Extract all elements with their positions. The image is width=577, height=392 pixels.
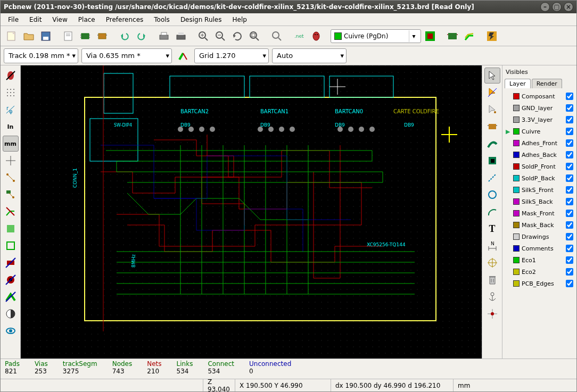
highlight-net-icon[interactable] [484, 85, 500, 101]
layer-row-soldp_front[interactable]: ▶SoldP_Front [505, 161, 574, 172]
layer-color-swatch[interactable] [513, 163, 520, 170]
undo-icon[interactable] [117, 28, 133, 44]
layer-pair-icon[interactable] [422, 28, 438, 44]
layer-selector[interactable]: Cuivre (PgDn) ▾ [331, 29, 421, 43]
show-zones-outline-icon[interactable] [3, 238, 19, 254]
layer-row-drawings[interactable]: ▶Drawings [505, 231, 574, 243]
print-icon[interactable] [156, 28, 172, 44]
menu-preferences[interactable]: Preferences [102, 15, 148, 24]
layer-color-swatch[interactable] [513, 105, 520, 111]
layer-color-swatch[interactable] [513, 187, 520, 193]
layer-color-swatch[interactable] [513, 210, 520, 216]
layer-row-comments[interactable]: ▶Comments [505, 243, 574, 254]
cursor-icon[interactable] [484, 68, 500, 84]
grid-icon[interactable] [3, 85, 19, 101]
layer-visible-checkbox[interactable] [566, 174, 573, 182]
menu-place[interactable]: Place [74, 15, 100, 24]
layer-visible-checkbox[interactable] [566, 198, 573, 205]
layer-row-gnd_layer[interactable]: ▶GND_layer [505, 102, 574, 114]
minimize-button[interactable]: – [540, 2, 550, 12]
page-settings-icon[interactable] [60, 28, 76, 44]
layer-visible-checkbox[interactable] [566, 163, 573, 170]
layer-row-composant[interactable]: ▶Composant [505, 90, 574, 102]
maximize-button[interactable]: ▢ [552, 2, 562, 12]
layer-color-swatch[interactable] [513, 233, 520, 240]
open-icon[interactable] [21, 28, 37, 44]
module-ratsnest-icon[interactable] [3, 187, 19, 203]
layer-visible-checkbox[interactable] [566, 128, 573, 135]
tab-layer[interactable]: Layer [505, 79, 531, 88]
auto-track-width-icon[interactable] [175, 48, 191, 64]
show-zones-icon[interactable] [3, 221, 19, 237]
layer-visible-checkbox[interactable] [566, 186, 573, 194]
add-arc-icon[interactable] [484, 204, 500, 220]
layer-visible-checkbox[interactable] [566, 280, 573, 287]
grid-selector[interactable]: Grid 1.270 ▾ [194, 48, 269, 63]
add-line-icon[interactable] [484, 170, 500, 186]
add-zone-icon[interactable] [484, 153, 500, 169]
find-icon[interactable] [269, 28, 285, 44]
layer-color-swatch[interactable] [513, 140, 520, 146]
layer-row-eco1[interactable]: ▶Eco1 [505, 254, 574, 266]
menu-design-rules[interactable]: Design Rules [176, 15, 226, 24]
module-viewer-icon[interactable] [94, 28, 110, 44]
track-width-selector[interactable]: Track 0.198 mm * ▾ [4, 48, 78, 63]
menu-edit[interactable]: Edit [25, 15, 46, 24]
layer-row-silks_front[interactable]: ▶SilkS_Front [505, 184, 574, 196]
ratsnest-icon[interactable] [3, 170, 19, 186]
layer-color-swatch[interactable] [513, 116, 520, 123]
layer-row-adhes_front[interactable]: ▶Adhes_Front [505, 137, 574, 149]
add-target-icon[interactable] [484, 255, 500, 271]
polar-coord-icon[interactable]: rφ [3, 102, 19, 118]
add-text-icon[interactable]: T [484, 221, 500, 237]
cursor-shape-icon[interactable] [3, 153, 19, 169]
layer-visible-checkbox[interactable] [566, 221, 573, 229]
layer-row-silks_back[interactable]: ▶SilkS_Back [505, 196, 574, 207]
layer-row-cuivre[interactable]: ▶Cuivre [505, 126, 574, 137]
menu-file[interactable]: File [4, 15, 23, 24]
layer-color-swatch[interactable] [513, 128, 520, 135]
menu-help[interactable]: Help [228, 15, 251, 24]
via-size-selector[interactable]: Via 0.635 mm * ▾ [81, 48, 172, 63]
netlist-icon[interactable]: .net [291, 28, 307, 44]
layer-color-swatch[interactable] [513, 198, 520, 205]
layer-visible-checkbox[interactable] [566, 268, 573, 276]
layer-row-soldp_back[interactable]: ▶SoldP_Back [505, 172, 574, 184]
redo-icon[interactable] [134, 28, 150, 44]
via-fill-icon[interactable] [3, 272, 19, 288]
close-button[interactable]: × [564, 2, 573, 12]
layer-color-swatch[interactable] [513, 175, 520, 181]
layer-visible-checkbox[interactable] [566, 233, 573, 240]
layer-row-eco2[interactable]: ▶Eco2 [505, 266, 574, 278]
layer-row-3.3v_layer[interactable]: ▶3.3V_layer [505, 114, 574, 126]
zoom-fit-icon[interactable] [246, 28, 262, 44]
local-ratsnest-icon[interactable] [484, 102, 500, 118]
layer-visible-checkbox[interactable] [566, 139, 573, 147]
units-inch-icon[interactable]: In [3, 119, 19, 135]
menu-view[interactable]: View [48, 15, 71, 24]
layer-visible-checkbox[interactable] [566, 93, 573, 100]
add-track-icon[interactable] [484, 136, 500, 152]
layer-row-adhes_back[interactable]: ▶Adhes_Back [505, 149, 574, 161]
layer-row-mask_front[interactable]: ▶Mask_Front [505, 207, 574, 219]
layer-color-swatch[interactable] [513, 280, 520, 287]
drc-off-icon[interactable] [3, 68, 19, 84]
layer-visible-checkbox[interactable] [566, 245, 573, 252]
layer-visible-checkbox[interactable] [566, 116, 573, 123]
layer-row-mask_back[interactable]: ▶Mask_Back [505, 219, 574, 231]
layer-color-swatch[interactable] [513, 222, 520, 228]
layer-visible-checkbox[interactable] [566, 210, 573, 217]
layer-color-swatch[interactable] [513, 245, 520, 252]
layer-row-pcb_edges[interactable]: ▶PCB_Edges [505, 278, 574, 289]
tab-render[interactable]: Render [532, 79, 562, 88]
delete-icon[interactable] [484, 272, 500, 288]
mode-footprint-icon[interactable] [444, 28, 460, 44]
zoom-in-icon[interactable] [195, 28, 211, 44]
contrast-icon[interactable] [3, 306, 19, 322]
layer-color-swatch[interactable] [513, 152, 520, 158]
zoom-selector[interactable]: Auto ▾ [272, 48, 347, 63]
auto-delete-track-icon[interactable] [3, 204, 19, 220]
grid-origin-icon[interactable] [484, 306, 500, 322]
pad-fill-icon[interactable] [3, 255, 19, 271]
layer-color-swatch[interactable] [513, 257, 520, 263]
